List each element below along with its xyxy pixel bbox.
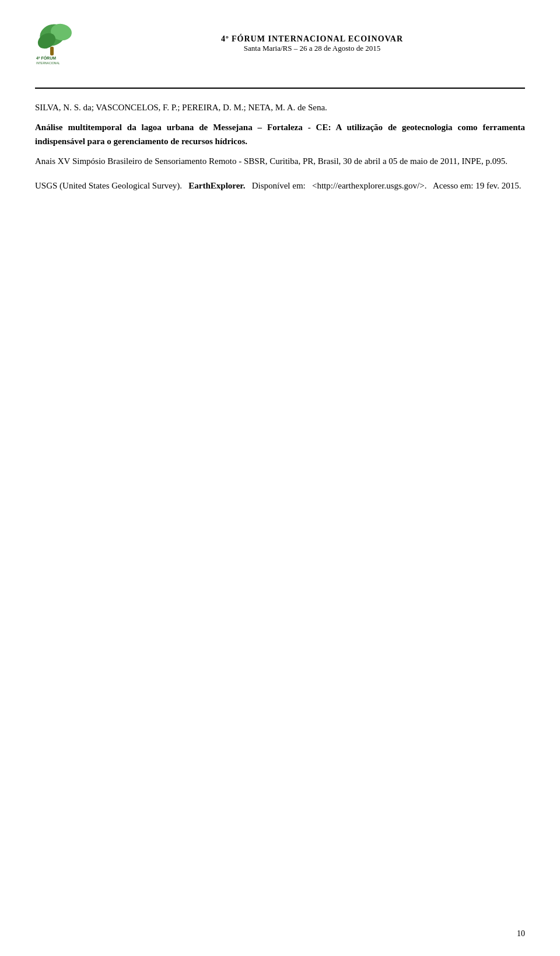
page-number: 10	[517, 929, 525, 938]
svg-text:4º FÓRUM: 4º FÓRUM	[36, 55, 56, 60]
header-title: 4º FÓRUM INTERNACIONAL ECOINOVAR Santa M…	[88, 34, 525, 53]
page: 4º FÓRUM INTERNACIONAL ECOINOVAR 4º FÓRU…	[0, 0, 560, 956]
svg-text:INTERNACIONAL: INTERNACIONAL	[36, 61, 60, 64]
ecoinovar-logo: 4º FÓRUM INTERNACIONAL ECOINOVAR	[35, 23, 88, 64]
reference-block: USGS (United States Geological Survey). …	[35, 179, 525, 193]
reference-acesso: Acesso em: 19 fev. 2015.	[433, 181, 522, 190]
reference-disponivel: Disponível em:	[252, 181, 306, 190]
content-area: SILVA, N. S. da; VASCONCELOS, F. P.; PER…	[35, 100, 525, 193]
logo-area: 4º FÓRUM INTERNACIONAL ECOINOVAR	[35, 23, 88, 64]
header-divider	[35, 88, 525, 89]
reference-usgs-line: USGS (United States Geological Survey). …	[35, 179, 525, 193]
svg-rect-3	[50, 47, 54, 55]
header-title-line2: Santa Maria/RS – 26 a 28 de Agosto de 20…	[99, 44, 525, 53]
header-title-line1: 4º FÓRUM INTERNACIONAL ECOINOVAR	[99, 34, 525, 44]
article-title: Análise multitemporal da lagoa urbana de…	[35, 120, 525, 148]
page-header: 4º FÓRUM INTERNACIONAL ECOINOVAR 4º FÓRU…	[35, 23, 525, 70]
reference-earthexplorer: EarthExplorer.	[188, 181, 245, 190]
reference-url: <http://earthexplorer.usgs.gov/>.	[312, 181, 426, 190]
conference-reference: Anais XV Simpósio Brasileiro de Sensoria…	[35, 154, 525, 168]
authors-line: SILVA, N. S. da; VASCONCELOS, F. P.; PER…	[35, 100, 525, 114]
reference-usgs-label: USGS (United States Geological Survey).	[35, 181, 182, 190]
